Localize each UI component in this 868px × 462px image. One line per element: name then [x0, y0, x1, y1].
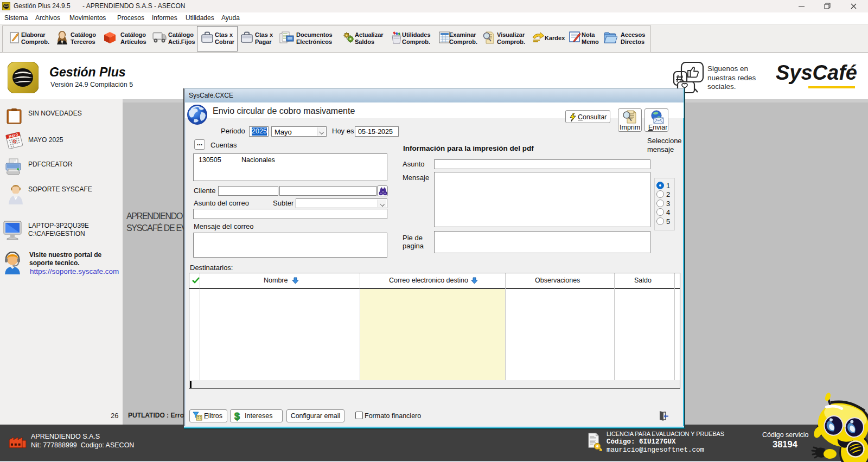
- svg-text:$: $: [234, 411, 240, 421]
